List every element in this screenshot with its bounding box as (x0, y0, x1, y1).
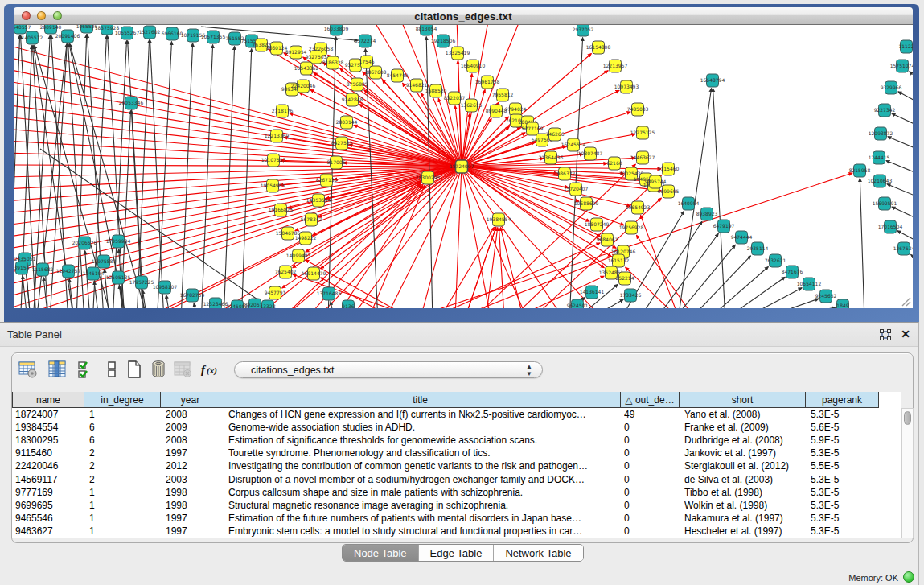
column-header-year[interactable]: year (161, 392, 220, 408)
graph-node[interactable]: 817006 (327, 156, 346, 169)
table-row[interactable]: 1830029562008Estimation of significance … (12, 434, 901, 447)
resize-grip-icon[interactable] (900, 295, 911, 307)
graph-node[interactable]: 12505135 (106, 271, 131, 284)
scrollbar-thumb[interactable] (904, 411, 911, 425)
column-header-pagerank[interactable]: pagerank (806, 392, 879, 408)
graph-node[interactable]: 12093872 (869, 127, 893, 140)
graph-node[interactable]: 8471676 (782, 266, 803, 278)
graph-node-label: 22420046 (291, 83, 316, 89)
new-column-button[interactable] (125, 360, 146, 381)
graph-node[interactable]: 9115460 (658, 163, 680, 175)
graph-node[interactable]: 1267534 (893, 242, 913, 255)
graph-node[interactable]: 11122 (898, 40, 913, 53)
graph-node[interactable]: 14136141 (580, 286, 605, 299)
graph-node[interactable]: 15751074 (890, 60, 913, 72)
graph-node[interactable]: 1244415 (869, 151, 890, 164)
graph-node[interactable]: 16245514 (561, 138, 586, 151)
vertical-scrollbar[interactable] (901, 408, 914, 538)
window-titlebar[interactable]: citations_edges.txt (14, 7, 913, 25)
graph-node[interactable]: 12213967 (603, 60, 628, 72)
table-row[interactable]: 911546021997Tourette syndrome. Phenomeno… (12, 447, 901, 459)
cell-name: 9115460 (15, 447, 84, 459)
graph-node[interactable]: 10807487 (578, 147, 603, 160)
graph-node[interactable]: 8454749 (387, 69, 409, 82)
graph-node[interactable]: 9245652 (815, 290, 837, 303)
graph-node[interactable]: 12275125 (630, 126, 655, 139)
graph-node[interactable]: 14463627 (630, 151, 655, 164)
graph-node[interactable]: 16961758 (475, 76, 500, 89)
graph-node[interactable]: 8912954 (285, 46, 307, 59)
graph-node[interactable]: 9227342 (874, 104, 896, 117)
graph-node[interactable]: 2937052 (573, 25, 594, 36)
table-row[interactable]: 977716911998Corpus callosum shape and si… (12, 486, 901, 499)
delete-column-button[interactable] (149, 360, 170, 381)
column-header-short[interactable]: short (680, 392, 806, 408)
table-row[interactable]: 946362711997Embryonic stem cells: a mode… (12, 525, 901, 538)
float-panel-icon[interactable] (880, 329, 891, 340)
graph-node[interactable]: 9474444 (731, 231, 753, 244)
column-header-title[interactable]: title (220, 392, 621, 408)
graph-node[interactable]: 16154808 (586, 41, 611, 54)
table-row[interactable]: 1456911722003Disruption of a novel membe… (12, 473, 901, 486)
graph-node[interactable]: 19384554 (487, 213, 511, 226)
graph-node[interactable]: 16033809 (324, 25, 349, 35)
row-height-button[interactable] (102, 360, 123, 381)
graph-node[interactable]: 39154 (14, 262, 29, 274)
table-row[interactable]: 1872400712008Changes of HCN gene express… (12, 408, 901, 421)
table-row[interactable]: 969969511998Structural magnetic resonanc… (12, 499, 901, 512)
graph-node[interactable]: 7632621 (765, 254, 786, 267)
graph-node[interactable]: 8813054 (416, 25, 437, 35)
table-settings-button[interactable] (18, 360, 39, 381)
graph-node[interactable]: 6479197 (713, 220, 735, 233)
graph-node[interactable]: 13328 (260, 300, 275, 308)
select-column-button[interactable] (47, 360, 68, 381)
graph-node[interactable]: 8990448 (486, 105, 507, 117)
graph-node[interactable]: 62160 (606, 157, 622, 170)
graph-node[interactable]: 1640954 (678, 197, 700, 210)
graph-node[interactable]: 9136 (342, 300, 354, 308)
network-canvas[interactable]: 1640557140557220091402009140610655261837… (14, 25, 913, 308)
column-header-out_de[interactable]: △ out_de… (621, 392, 680, 408)
graph-node[interactable]: 1849 (836, 299, 848, 308)
table-source-combobox[interactable]: citations_edges.txt ▲▼ (234, 361, 543, 378)
combobox-stepper-icon[interactable]: ▲▼ (526, 363, 532, 377)
function-builder-button[interactable]: f(x) (200, 360, 221, 381)
cell-title: Estimation of significance thresholds fo… (228, 434, 621, 447)
graph-node[interactable]: 7955812 (492, 89, 514, 101)
table-header-row: namein_degreeyeartitle△ out_de…shortpage… (12, 392, 901, 408)
column-header-name[interactable]: name (12, 392, 84, 408)
tab-network-table[interactable]: Network Table (494, 545, 582, 561)
graph-node[interactable]: 2718176 (272, 105, 294, 117)
graph-node[interactable]: 19756928 (619, 221, 644, 234)
graph-node[interactable]: 16640910 (461, 60, 486, 72)
table-row[interactable]: 2242004622012Investigating the contribut… (12, 459, 901, 472)
close-panel-icon[interactable]: ✕ (901, 328, 910, 340)
table-row[interactable]: 946554611997Estimation of the future num… (12, 512, 901, 525)
network-view-window[interactable]: citations_edges.txt 16405571405572200914… (4, 4, 919, 322)
graph-node[interactable]: 16648794 (700, 74, 725, 87)
delete-column-icon (149, 360, 168, 379)
graph-node[interactable]: 9457791 (265, 286, 286, 299)
column-header-in_degree[interactable]: in_degree (84, 392, 161, 408)
select-rows-button[interactable] (76, 360, 97, 381)
graph-node[interactable]: 9146821 (406, 79, 428, 92)
graph-node[interactable]: 10958107 (153, 281, 178, 294)
graph-node[interactable]: 9084067 (597, 233, 618, 246)
graph-node[interactable]: 2935114 (747, 242, 769, 255)
graph-node[interactable]: 13716485 (317, 287, 342, 300)
graph-node[interactable]: 15720407 (564, 183, 589, 196)
graph-node[interactable]: 13325419 (446, 47, 470, 60)
graph-node[interactable]: 7485003 (627, 103, 649, 116)
graph-node[interactable]: 20206576 (72, 237, 97, 249)
graph-node[interactable]: 6966160 (162, 27, 183, 40)
graph-node[interactable]: 20091406 (55, 30, 80, 43)
tab-node-table[interactable]: Node Table (343, 545, 419, 561)
table-row[interactable]: 1938455462009Genome-wide association stu… (12, 421, 901, 434)
graph-edge (636, 235, 728, 308)
graph-node[interactable]: 3572274 (355, 35, 376, 47)
graph-node[interactable]: 8215958 (849, 164, 871, 177)
graph-node[interactable]: 10210643 (868, 175, 893, 187)
tab-edge-table[interactable]: Edge Table (419, 545, 495, 561)
graph-node[interactable]: 20053346 (119, 97, 144, 109)
graph-node[interactable]: 1527602 (139, 26, 161, 39)
